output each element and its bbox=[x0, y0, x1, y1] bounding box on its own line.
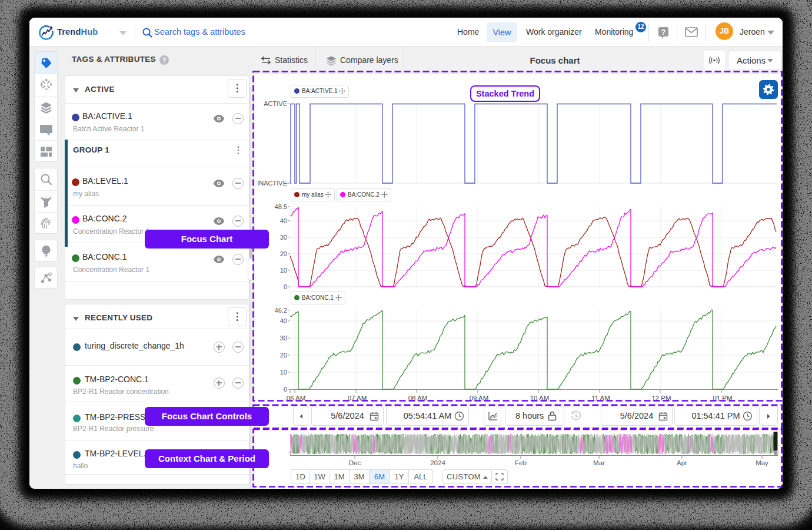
svg-text:?: ? bbox=[661, 28, 665, 37]
